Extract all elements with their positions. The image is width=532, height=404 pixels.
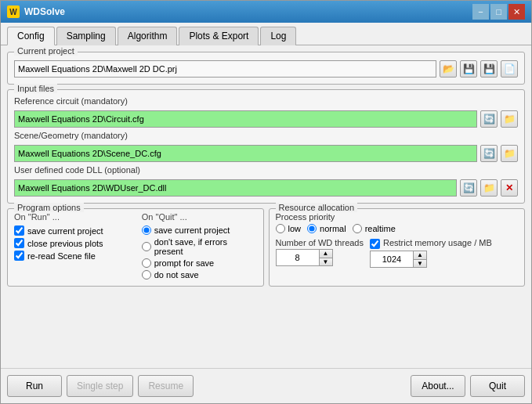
current-project-input[interactable] [14, 60, 436, 78]
dont-save-errors-label: don't save, if errors present [154, 237, 257, 256]
input-files-group: Input files Reference circuit (mandatory… [7, 89, 525, 204]
input-files-label: Input files [14, 84, 57, 93]
current-project-group: Current project 📂 💾 💾 📄 [7, 52, 525, 85]
tab-sampling[interactable]: Sampling [56, 27, 116, 45]
memory-input[interactable] [370, 251, 413, 268]
close-previous-plots-checkbox[interactable] [14, 238, 24, 248]
title-bar: W WDSolve − □ ✕ [1, 1, 531, 23]
save-current-run-checkbox[interactable] [14, 225, 24, 236]
on-run-col: On "Run" ... save current project close … [14, 212, 129, 280]
reference-circuit-input[interactable] [14, 110, 477, 128]
footer-right: About... Quit [411, 375, 525, 397]
scene-geometry-row: 🔄 📁 [14, 145, 518, 162]
tab-bar: Config Sampling Algorithm Plots & Export… [1, 23, 531, 45]
maximize-button[interactable]: □ [490, 4, 507, 20]
prompt-for-save-row: prompt for save [142, 258, 257, 268]
save-as-project-button[interactable]: 💾 [480, 60, 498, 78]
threads-spinner-buttons: ▲ ▼ [319, 249, 333, 266]
tab-algorithm[interactable]: Algorithm [118, 27, 178, 45]
program-options-cols: On "Run" ... save current project close … [14, 212, 257, 280]
save-current-run-row: save current project [14, 225, 129, 236]
about-button[interactable]: About... [411, 375, 465, 397]
tab-config[interactable]: Config [7, 27, 55, 45]
run-button[interactable]: Run [7, 375, 62, 397]
tab-plots-export[interactable]: Plots & Export [179, 27, 259, 45]
priority-realtime-radio[interactable] [353, 224, 362, 233]
user-dll-label: User defined code DLL (optional) [14, 165, 518, 175]
priority-normal-row: normal [307, 224, 346, 233]
open-project-button[interactable]: 📂 [440, 60, 457, 78]
priority-normal-radio[interactable] [307, 224, 317, 233]
do-not-save-label: do not save [154, 270, 199, 280]
current-project-row: 📂 💾 💾 📄 [14, 60, 518, 78]
on-quit-col: On "Quit" ... save current project don't… [142, 212, 257, 280]
doc-project-button[interactable]: 📄 [501, 60, 518, 78]
process-priority-label: Process priority [276, 212, 519, 222]
priority-low-label: low [288, 224, 302, 233]
user-dll-row: 🔄 📁 ✕ [14, 179, 518, 197]
save-current-run-label: save current project [27, 226, 103, 236]
close-previous-plots-label: close previous plots [27, 239, 103, 248]
priority-normal-label: normal [320, 224, 346, 233]
close-button[interactable]: ✕ [508, 4, 525, 20]
open-scene-button[interactable]: 📁 [501, 145, 518, 162]
scene-geometry-input[interactable] [14, 145, 477, 162]
footer-left: Run Single step Resume [7, 375, 194, 397]
content-area: Current project 📂 💾 💾 📄 Input files Refe… [1, 45, 531, 368]
re-read-scene-row: re-read Scene file [14, 251, 129, 261]
priority-low-radio[interactable] [276, 224, 285, 233]
re-read-scene-label: re-read Scene file [27, 251, 96, 261]
restrict-memory-label: Restrict memory usage / MB [383, 238, 492, 247]
re-read-scene-checkbox[interactable] [14, 251, 24, 261]
program-options-label: Program options [14, 203, 84, 212]
tab-log[interactable]: Log [260, 27, 296, 45]
restrict-memory-checkbox[interactable] [370, 239, 380, 249]
memory-down-button[interactable]: ▼ [414, 260, 426, 268]
priority-row: low normal realtime [276, 224, 519, 233]
threads-spinner-group: Number of WD threads ▲ ▼ [276, 238, 364, 266]
threads-up-button[interactable]: ▲ [320, 250, 332, 258]
threads-input[interactable] [276, 249, 319, 266]
refresh-dll-button[interactable]: 🔄 [460, 179, 477, 197]
restrict-memory-group: Restrict memory usage / MB ▲ ▼ [370, 238, 492, 268]
resume-button[interactable]: Resume [138, 375, 194, 397]
open-dll-button[interactable]: 📁 [480, 179, 498, 197]
do-not-save-row: do not save [142, 270, 257, 280]
dont-save-errors-row: don't save, if errors present [142, 237, 257, 256]
open-circuit-button[interactable]: 📁 [501, 110, 518, 128]
priority-low-row: low [276, 224, 302, 233]
memory-spinner-buttons: ▲ ▼ [413, 251, 427, 268]
save-current-quit-row: save current project [142, 225, 257, 235]
scene-geometry-label: Scene/Geometry (mandatory) [14, 131, 518, 140]
priority-realtime-label: realtime [365, 224, 396, 233]
thread-row: Number of WD threads ▲ ▼ Restric [276, 238, 519, 268]
memory-up-button[interactable]: ▲ [414, 251, 426, 260]
single-step-button[interactable]: Single step [67, 375, 133, 397]
clear-dll-button[interactable]: ✕ [501, 179, 518, 197]
resource-allocation-label: Resource allocation [276, 203, 358, 212]
minimize-button[interactable]: − [472, 4, 489, 20]
program-options-group: Program options On "Run" ... save curren… [7, 208, 264, 287]
main-window: W WDSolve − □ ✕ Config Sampling Algorith… [0, 0, 532, 404]
app-icon: W [7, 5, 20, 18]
user-dll-input[interactable] [14, 179, 457, 197]
threads-down-button[interactable]: ▼ [320, 258, 332, 266]
prompt-for-save-radio[interactable] [142, 258, 151, 268]
reference-circuit-label: Reference circuit (mandatory) [14, 96, 518, 106]
close-previous-plots-row: close previous plots [14, 238, 129, 248]
save-current-quit-radio[interactable] [142, 225, 151, 235]
resource-allocation-group: Resource allocation Process priority low… [269, 208, 526, 287]
save-project-button[interactable]: 💾 [460, 60, 477, 78]
title-bar-left: W WDSolve [7, 5, 65, 18]
do-not-save-radio[interactable] [142, 270, 151, 280]
restrict-memory-row: Restrict memory usage / MB [370, 238, 492, 249]
refresh-scene-button[interactable]: 🔄 [480, 145, 498, 162]
bottom-groups: Program options On "Run" ... save curren… [7, 208, 525, 287]
dont-save-errors-radio[interactable] [142, 242, 151, 251]
threads-label: Number of WD threads [276, 238, 364, 247]
refresh-circuit-button[interactable]: 🔄 [480, 110, 498, 128]
current-project-label: Current project [14, 46, 78, 56]
reference-circuit-row: 🔄 📁 [14, 110, 518, 128]
quit-button[interactable]: Quit [470, 375, 525, 397]
footer: Run Single step Resume About... Quit [1, 368, 531, 403]
